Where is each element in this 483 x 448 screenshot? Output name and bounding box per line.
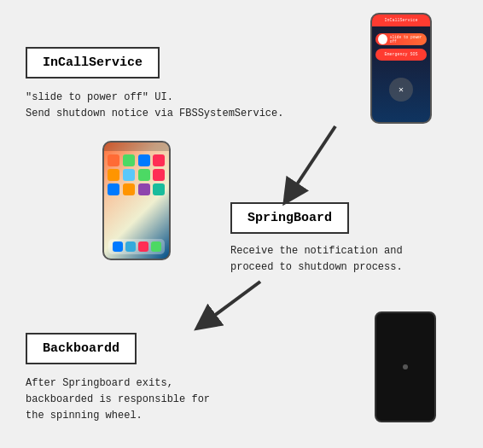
- slider-text: slide to power off: [390, 35, 427, 44]
- app-icon: [138, 154, 150, 166]
- home-status-bar: [104, 143, 169, 151]
- diagram-container: InCallService "slide to power off" UI. S…: [0, 0, 483, 448]
- emergency-button: Emergency SOS: [375, 49, 427, 61]
- svg-line-2: [205, 282, 260, 323]
- phone-status-bar: InCallService: [372, 15, 430, 26]
- incallservice-desc-line1: "slide to power off" UI.: [26, 90, 283, 106]
- slide-to-power-off: slide to power off: [375, 33, 427, 45]
- slider-handle: [378, 34, 387, 44]
- app-icon: [123, 169, 135, 181]
- phone-home-image: [102, 141, 171, 260]
- app-icon: [138, 169, 150, 181]
- home-icons-grid: [104, 151, 169, 199]
- springboard-label: SpringBoard: [247, 211, 332, 225]
- incallservice-box: InCallService: [26, 47, 160, 79]
- cancel-icon: ✕: [399, 84, 404, 95]
- app-icon: [108, 154, 119, 166]
- app-icon: [153, 183, 165, 195]
- springboard-desc-text: Receive the notification and proceed to …: [230, 245, 403, 273]
- cancel-button: ✕: [389, 78, 413, 102]
- app-icon: [138, 183, 150, 195]
- springboard-box: SpringBoard: [230, 202, 349, 234]
- app-icon: [123, 154, 135, 166]
- emergency-text: Emergency SOS: [384, 52, 417, 57]
- phone-poweroff-image: InCallService slide to power off Emergen…: [370, 13, 432, 124]
- app-icon: [153, 169, 165, 181]
- app-icon: [123, 183, 135, 195]
- incallservice-desc-line2: Send shutdown notice via FBSSystemServic…: [26, 106, 283, 122]
- app-icon: [108, 183, 119, 195]
- phone-poweroff-screen: InCallService slide to power off Emergen…: [370, 13, 432, 124]
- backboardd-description: After Springboard exits, backboarded is …: [26, 375, 213, 425]
- dock-icon: [113, 241, 123, 252]
- incallservice-description: "slide to power off" UI. Send shutdown n…: [26, 90, 283, 122]
- app-icon: [108, 169, 119, 181]
- backboardd-desc-text: After Springboard exits, backboarded is …: [26, 377, 210, 422]
- spinner-indicator: [403, 364, 408, 369]
- dock-icon: [125, 241, 136, 252]
- svg-line-1: [290, 126, 335, 195]
- status-text: InCallService: [384, 18, 417, 23]
- home-dock: [108, 239, 165, 254]
- dock-icon: [151, 241, 161, 252]
- incallservice-label: InCallService: [43, 55, 143, 70]
- app-icon: [153, 154, 165, 166]
- backboardd-box: Backboardd: [26, 333, 137, 364]
- springboard-description: Receive the notification and proceed to …: [230, 243, 418, 276]
- phone-black-screen: [375, 311, 436, 422]
- dock-icon: [138, 241, 148, 252]
- backboardd-label: Backboardd: [43, 341, 119, 356]
